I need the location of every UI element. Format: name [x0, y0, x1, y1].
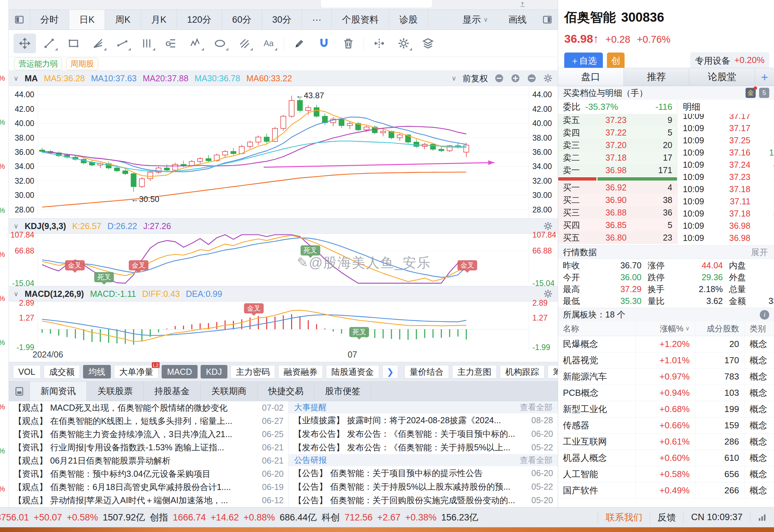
sector-row[interactable]: 新型工业化+0.68%199概念 [558, 401, 774, 417]
collapse-panel-icon[interactable] [9, 382, 30, 401]
chevron-down-icon[interactable]: ∨ [451, 74, 456, 82]
stock-tag[interactable]: 周期股 [66, 58, 98, 70]
news-tab-持股基金[interactable]: 持股基金 [144, 382, 201, 401]
indicator-tab-MACD[interactable]: MACD [162, 365, 198, 378]
layers-icon[interactable] [417, 34, 439, 53]
news-list-item[interactable]: 【资讯】佰奥智能：预中标约3.04亿元设备采购项目06-20 [9, 467, 288, 480]
ellipse-icon[interactable] [209, 34, 231, 53]
panel-tab-＋[interactable]: ＋ [755, 68, 774, 86]
news-list-item[interactable]: 【观点】MACD死叉出现，佰奥智能个股情绪的微妙变化07-02 [9, 401, 288, 414]
price-level-row[interactable]: 卖一36.98171 [558, 164, 677, 177]
move-cross-icon[interactable] [14, 34, 36, 53]
indicator-tab-陆股通资金[interactable]: 陆股通资金 [326, 365, 379, 378]
news-list-item[interactable]: 【观点】异动情报|苹果迈入AI时代＋端侧AI加速落地，...06-12 [9, 494, 288, 507]
contact-link[interactable]: 联系我们 [598, 512, 650, 524]
stock-tag[interactable]: 营运能力弱 [14, 58, 62, 70]
news-tab-快捷交易[interactable]: 快捷交易 [258, 382, 314, 401]
price-level-row[interactable]: 买二36.9038 [558, 194, 677, 206]
price-level-row[interactable]: 买一36.924 [558, 181, 677, 194]
gear-icon[interactable] [543, 221, 553, 231]
candlestick-pane[interactable]: 44.0042.0040.0038.0036.0034.0032.0030.00… [9, 86, 558, 218]
panel-toggle-left-icon[interactable] [9, 10, 30, 29]
indicator-tab-大单净量[interactable]: 大单净量L2 [114, 365, 159, 378]
announcement-item[interactable]: 【公告】佰奥智能：关于项目预中标的提示性公告06-20 [289, 466, 558, 480]
gear-icon[interactable] [543, 73, 553, 83]
circle-minus-icon[interactable] [527, 73, 537, 83]
price-level-row[interactable]: 买四36.855 [558, 219, 677, 231]
chevron-down-icon[interactable]: ∨ [14, 74, 19, 82]
panel-tab-推荐[interactable]: 推荐 [624, 68, 690, 86]
circle-minus-icon[interactable] [494, 73, 504, 83]
fan-lines-icon[interactable] [87, 34, 109, 53]
tab-60分[interactable]: 60分 [222, 10, 262, 29]
news-list-item[interactable]: 【资讯】佰奥智能主力资金持续净流入，3日共净流入21...06-25 [9, 428, 288, 441]
five-level-badge[interactable]: 5 [759, 88, 769, 98]
sector-row[interactable]: 工业互联网+0.61%286概念 [558, 434, 774, 450]
sector-row[interactable]: 国产软件+0.49%266概念 [558, 483, 774, 499]
news-list-item[interactable]: 【观点】06月21日佰奥智能股票异动解析06-21 [9, 454, 288, 467]
panel-toggle-right-icon[interactable] [537, 10, 558, 29]
info-icon[interactable]: i [760, 310, 769, 320]
sector-row[interactable]: 机器视觉+1.01%170概念 [558, 352, 774, 369]
indicator-tab-融资融券[interactable]: 融资融券 [278, 365, 323, 378]
indicator-tab-成交额[interactable]: 成交额 [44, 365, 80, 378]
announcement-item[interactable]: 【发布公告】发布公告：《佰奥智能：关于项目预中标的...06-20 [289, 427, 558, 441]
gear-icon[interactable] [543, 289, 553, 299]
tab-诊股[interactable]: 诊股 [389, 10, 428, 29]
vertical-lines-icon[interactable] [136, 34, 158, 53]
level2-gold-badge[interactable]: 金 [746, 88, 756, 98]
announcement-item[interactable]: 【发布公告】发布公告：《佰奥智能：关于持股5%以上...05-22 [289, 441, 558, 454]
analysis-tab-量价结合[interactable]: 量价结合 [404, 365, 449, 378]
add-watchlist-button[interactable]: ＋自选 [564, 53, 603, 69]
kdj-pane[interactable]: 107.8466.88-15.04金叉死叉金叉死叉金叉107.8466.88-1… [9, 234, 558, 284]
gann-icon[interactable]: G [160, 34, 182, 53]
indicator-tab-均线[interactable]: 均线 [83, 365, 111, 378]
sector-row[interactable]: PCB概念+0.94%103概念 [558, 385, 774, 401]
news-list-item[interactable]: 【观点】在佰奥智能的K线图上，短线多头排列，缩量上...06-27 [9, 414, 288, 428]
sector-row[interactable]: 人工智能+0.58%656概念 [558, 466, 774, 483]
sector-row[interactable]: 机器人概念+0.60%610概念 [558, 450, 774, 466]
analysis-tab-机构跟踪[interactable]: 机构跟踪 [500, 365, 545, 378]
news-tab-股市便签[interactable]: 股市便签 [314, 382, 371, 401]
search-input[interactable] [321, 0, 432, 8]
price-level-row[interactable]: 买三36.8836 [558, 206, 677, 219]
trend-line-icon[interactable] [38, 34, 60, 53]
price-level-row[interactable]: 买五36.8023 [558, 231, 677, 244]
price-level-row[interactable]: 卖五37.239 [558, 114, 677, 126]
adjust-mode-label[interactable]: 前复权 [463, 73, 488, 84]
macd-pane[interactable]: 2.891.27-1.99金叉死叉2.891.27-1.99 [9, 302, 558, 350]
news-tab-关联期商[interactable]: 关联期商 [201, 382, 258, 401]
chevron-down-icon[interactable]: ∨ [14, 222, 19, 230]
plot-area[interactable]: 金叉死叉 [38, 302, 529, 350]
feedback-link[interactable]: 反馈 [650, 512, 683, 524]
announcement-item[interactable]: 【公告】佰奥智能：关于持股5%以上股东减持股份的预...05-22 [289, 480, 558, 493]
sector-row[interactable]: 传感器+0.66%159概念 [558, 417, 774, 434]
tab-30分[interactable]: 30分 [262, 10, 302, 29]
tab-···[interactable]: ··· [302, 10, 332, 29]
chevron-down-icon[interactable]: ∨ [14, 290, 19, 298]
news-list-item[interactable]: 【观点】佰奥智能：6月18日高管史凤华减持股份合计1....06-19 [9, 480, 288, 494]
indicator-tab-❯[interactable]: ❯ [382, 365, 398, 378]
tab-日K[interactable]: 日K [69, 10, 105, 29]
news-tab-新闻资讯[interactable]: 新闻资讯 [30, 382, 87, 401]
tab-月K[interactable]: 月K [141, 10, 177, 29]
indicator-tab-主力密码[interactable]: 主力密码 [230, 365, 275, 378]
gear-icon[interactable] [392, 34, 415, 53]
announcement-item[interactable]: 【公告】佰奥智能：关于回购股份实施完成暨股份变动的...05-20 [289, 493, 558, 507]
view-all-link[interactable]: 查看全部 [520, 402, 552, 413]
plot-area[interactable]: ←43.87←30.50 [38, 86, 529, 218]
price-level-row[interactable]: 卖二37.1817 [558, 151, 677, 164]
analysis-tab-主力意图[interactable]: 主力意图 [452, 365, 497, 378]
split-adjust-icon[interactable] [368, 34, 390, 53]
col-header-change[interactable]: 涨幅%∨ [635, 321, 695, 336]
pencil-icon[interactable] [288, 34, 311, 53]
toolbar-画线-button[interactable]: 画线 [498, 10, 537, 29]
rect-icon[interactable] [62, 34, 85, 53]
news-list-item[interactable]: 【资讯】行业周报|专用设备指数跌-1.53% 跑输上证指...06-21 [9, 441, 288, 454]
col-header-count[interactable]: 成分股数 [695, 321, 745, 336]
indicator-tab-KDJ[interactable]: KDJ [201, 365, 227, 378]
tick-detail-list[interactable]: 10:0937.179110:0937.176110:0937.2524110:… [677, 114, 774, 245]
sector-chip[interactable]: 专用设备 +0.20% [690, 52, 769, 69]
magnet-icon[interactable] [313, 34, 335, 53]
plot-area[interactable]: 金叉死叉金叉死叉金叉 [38, 234, 529, 284]
